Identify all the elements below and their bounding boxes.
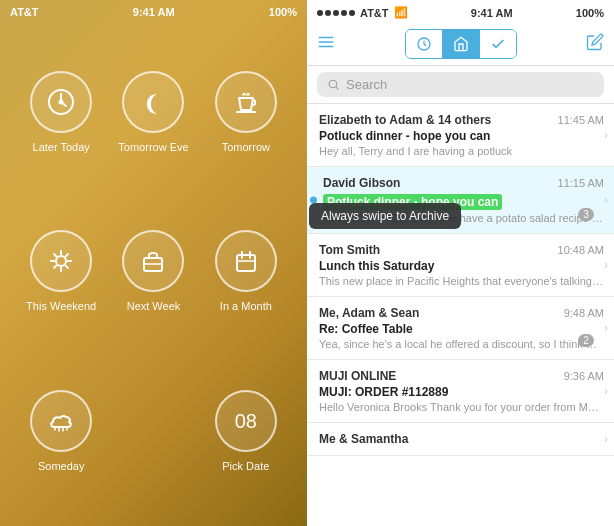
svg-line-13 <box>54 266 56 268</box>
email-time: 9:36 AM <box>564 370 604 382</box>
email-header: Elizabeth to Adam & 14 others 11:45 AM <box>319 113 604 127</box>
svg-line-10 <box>54 255 56 257</box>
email-time: 11:15 AM <box>558 177 604 189</box>
tab-clock[interactable] <box>406 30 442 58</box>
svg-line-29 <box>336 87 338 89</box>
email-time: 10:48 AM <box>558 244 604 256</box>
email-sender: Me & Samantha <box>319 432 600 446</box>
clock-icon <box>45 86 77 118</box>
pick-date-icon-circle: 08 <box>215 390 277 452</box>
tomorrow-icon-circle <box>215 71 277 133</box>
email-header: Tom Smith 10:48 AM <box>319 243 604 257</box>
tomorrow-eve-icon-circle <box>122 71 184 133</box>
email-sender: Elizabeth to Adam & 14 others <box>319 113 554 127</box>
snooze-panel: AT&T 9:41 AM 100% Later Today <box>0 0 307 526</box>
menu-button[interactable] <box>317 33 335 55</box>
email-toolbar <box>307 23 614 66</box>
view-tabs <box>405 29 517 59</box>
chevron-right-icon: › <box>604 432 608 446</box>
email-preview: Hello Veronica Brooks Thank you for your… <box>319 401 604 413</box>
email-panel: AT&T 📶 9:41 AM 100% <box>307 0 614 526</box>
email-sender: Tom Smith <box>319 243 554 257</box>
carrier-left: AT&T <box>10 6 39 18</box>
signal-dot <box>317 10 323 16</box>
later-today-icon-circle <box>30 71 92 133</box>
svg-point-5 <box>56 256 66 266</box>
in-a-month-label: In a Month <box>220 300 272 312</box>
svg-line-12 <box>66 255 68 257</box>
date-number: 08 <box>235 410 257 433</box>
tooltip-text: Always swipe to Archive <box>321 209 449 223</box>
email-header: Me & Samantha <box>319 432 604 446</box>
search-input-wrapper[interactable]: Search <box>317 72 604 97</box>
snooze-pick-date[interactable]: 08 Pick Date <box>200 351 292 511</box>
time-left: 9:41 AM <box>133 6 175 18</box>
email-badge: 2 <box>578 334 594 347</box>
later-today-label: Later Today <box>33 141 90 153</box>
someday-icon-circle <box>30 390 92 452</box>
email-header: Me, Adam & Sean 9:48 AM <box>319 306 604 320</box>
briefcase-icon <box>137 245 169 277</box>
someday-label: Someday <box>38 460 84 472</box>
email-item[interactable]: Me, Adam & Sean 9:48 AM Re: Coffee Table… <box>307 297 614 360</box>
email-sender: David Gibson <box>323 176 554 190</box>
coffee-cup-icon <box>230 86 262 118</box>
signal-dot <box>341 10 347 16</box>
wifi-icon: 📶 <box>394 6 408 19</box>
email-subject: Lunch this Saturday <box>319 259 604 273</box>
email-item-with-tooltip: Always swipe to Archive David Gibson 11:… <box>307 167 614 234</box>
email-time: 9:48 AM <box>564 307 604 319</box>
chevron-right-icon: › <box>604 384 608 398</box>
chevron-right-icon: › <box>604 321 608 335</box>
battery-left: 100% <box>269 6 297 18</box>
email-preview: Yea, since he's a local he offered a dis… <box>319 338 604 350</box>
chevron-right-icon: › <box>604 258 608 272</box>
empty-cell <box>107 351 199 511</box>
email-list: Elizabeth to Adam & 14 others 11:45 AM P… <box>307 104 614 526</box>
snooze-tomorrow[interactable]: Tomorrow <box>200 32 292 192</box>
email-subject: Re: Coffee Table <box>319 322 604 336</box>
next-week-icon-circle <box>122 230 184 292</box>
email-item[interactable]: Elizabeth to Adam & 14 others 11:45 AM P… <box>307 104 614 167</box>
email-subject: Potluck dinner - hope you can <box>319 129 604 143</box>
sun-icon <box>45 245 77 277</box>
archive-tooltip: Always swipe to Archive <box>309 203 461 229</box>
email-sender: MUJI ONLINE <box>319 369 560 383</box>
email-item[interactable]: Me & Samantha › <box>307 423 614 456</box>
cloud-icon <box>45 405 77 437</box>
snooze-tomorrow-eve[interactable]: Tomorrow Eve <box>107 32 199 192</box>
status-bar-left: AT&T 9:41 AM 100% <box>0 0 307 22</box>
email-item[interactable]: Tom Smith 10:48 AM Lunch this Saturday T… <box>307 234 614 297</box>
email-preview: Hey all, Terry and I are having a potluc… <box>319 145 604 157</box>
time-right: 9:41 AM <box>471 7 513 19</box>
snooze-someday[interactable]: Someday <box>15 351 107 511</box>
this-weekend-icon-circle <box>30 230 92 292</box>
email-sender: Me, Adam & Sean <box>319 306 560 320</box>
snooze-in-a-month[interactable]: In a Month <box>200 192 292 352</box>
tomorrow-label: Tomorrow <box>222 141 270 153</box>
search-placeholder: Search <box>346 77 387 92</box>
this-weekend-label: This Weekend <box>26 300 96 312</box>
email-preview: This new place in Pacific Heights that e… <box>319 275 604 287</box>
tab-done[interactable] <box>480 30 516 58</box>
battery-right: 100% <box>576 7 604 19</box>
snooze-later-today[interactable]: Later Today <box>15 32 107 192</box>
chevron-right-icon: › <box>604 193 608 207</box>
signal-dot <box>325 10 331 16</box>
svg-point-28 <box>329 80 337 88</box>
moon-icon <box>137 86 169 118</box>
pick-date-label: Pick Date <box>222 460 269 472</box>
email-header: David Gibson 11:15 AM <box>323 176 604 190</box>
compose-button[interactable] <box>586 33 604 55</box>
snooze-this-weekend[interactable]: This Weekend <box>15 192 107 352</box>
email-time: 11:45 AM <box>558 114 604 126</box>
signal-dot <box>333 10 339 16</box>
snooze-next-week[interactable]: Next Week <box>107 192 199 352</box>
snooze-grid: Later Today Tomorrow Eve T <box>0 22 307 526</box>
signal-indicator: AT&T 📶 <box>317 6 408 19</box>
carrier-right: AT&T <box>360 7 389 19</box>
tab-inbox[interactable] <box>443 30 479 58</box>
email-item[interactable]: MUJI ONLINE 9:36 AM MUJI: ORDER #112889 … <box>307 360 614 423</box>
email-badge: 3 <box>578 208 594 221</box>
search-bar[interactable]: Search <box>307 66 614 104</box>
